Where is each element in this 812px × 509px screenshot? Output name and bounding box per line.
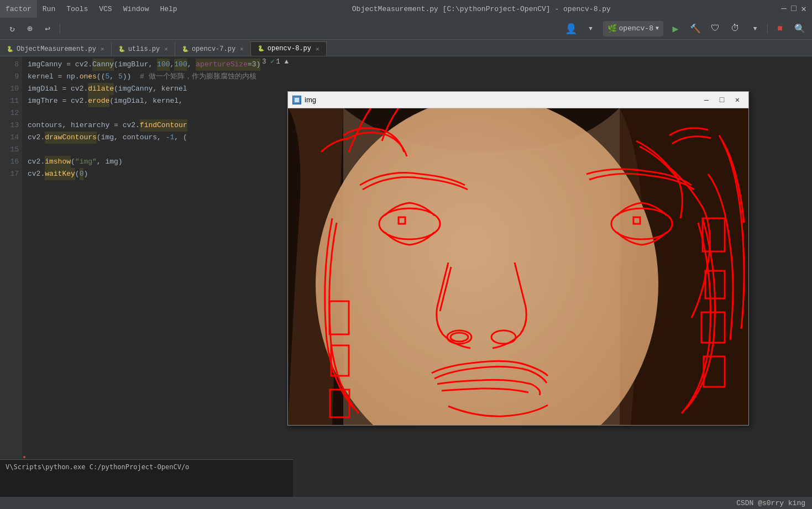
code-line-16: cv2.imshow ( "img" , img) [28, 156, 293, 168]
tab-utlis[interactable]: 🐍 utlis.py ✕ [112, 41, 175, 56]
code-line-14: cv2.drawContours (img, contours, -1 , ( [28, 132, 293, 144]
face-image [288, 108, 748, 425]
tab-label-2: utlis.py [128, 45, 160, 53]
menu-bar: factor Run Tools VCS Window Help [0, 0, 183, 18]
close-button[interactable]: ✕ [800, 5, 808, 13]
tab-opencv8[interactable]: 🐍 opencv-8.py ✕ [251, 41, 327, 56]
toolbar-search-icon[interactable]: 🔍 [792, 21, 808, 36]
error-indicator [23, 456, 25, 458]
toolbar: ↻ ⊕ ↩ 👤 ▼ 🌿 opencv-8 ▼ ▶ 🔨 🛡 ⏱ ▼ ■ 🔍 [0, 18, 812, 40]
menu-factor[interactable]: factor [0, 0, 37, 18]
cv-window-controls: — □ ✕ [700, 95, 744, 106]
code-line-8: imgCanny = cv2.Canny (imgBlur, 100 , 100… [28, 59, 293, 71]
toolbar-coverage-icon[interactable]: 🛡 [708, 21, 723, 36]
terminal-text: V\Scripts\python.exe C:/pythonProject-Op… [6, 463, 287, 471]
tab-label-4: opencv-8.py [268, 45, 311, 53]
code-line-13: contours , hierarchy = cv2.findContour [28, 119, 293, 132]
toolbar-more-icon[interactable]: ▼ [747, 21, 763, 36]
menu-tools[interactable]: Tools [61, 0, 93, 18]
branch-selector[interactable]: 🌿 opencv-8 ▼ [603, 21, 663, 36]
tab-py-icon-3: 🐍 [182, 46, 188, 53]
cv-title-left: img [292, 96, 316, 104]
cv-image-area [288, 108, 748, 425]
toolbar-run-icon[interactable]: ▶ [668, 21, 683, 36]
toolbar-revert-icon[interactable]: ↩ [40, 21, 55, 36]
tab-close-3[interactable]: ✕ [240, 45, 244, 53]
title-bar: factor Run Tools VCS Window Help ObjectM… [0, 0, 812, 18]
cv-title-bar: img — □ ✕ [288, 92, 748, 108]
menu-help[interactable]: Help [154, 0, 182, 18]
tab-objectmeasurement[interactable]: 🐍 ObjectMeasurement.py ✕ [0, 41, 112, 56]
code-line-10: imgDial = cv2.dilate (imgCanny, kernel [28, 83, 293, 95]
menu-vcs[interactable]: VCS [93, 0, 117, 18]
profile-icon[interactable]: 👤 [563, 21, 579, 36]
toolbar-build-icon[interactable]: 🔨 [688, 21, 703, 36]
tab-label-3: opencv-7.py [192, 45, 235, 53]
toolbar-separator [60, 23, 60, 34]
editor-area: ⚠ 13 ⚠ 3 ✓ 1 ▲ 8 9 10 11 12 13 14 15 16 … [0, 56, 293, 509]
menu-window[interactable]: Window [118, 0, 155, 18]
cv-close-button[interactable]: ✕ [731, 95, 744, 106]
code-line-11: imgThre = cv2.erode (imgDial, kernel, [28, 95, 293, 107]
menu-run[interactable]: Run [37, 0, 61, 18]
tab-py-icon-1: 🐍 [7, 46, 13, 53]
tab-opencv7[interactable]: 🐍 opencv-7.py ✕ [175, 41, 251, 56]
cv-minimize-button[interactable]: — [700, 95, 713, 106]
code-line-15 [28, 144, 293, 156]
line-gutter: 8 9 10 11 12 13 14 15 16 17 [0, 56, 22, 509]
tab-close-4[interactable]: ✕ [316, 45, 319, 53]
cv-window-title: img [305, 96, 316, 104]
code-line-12 [28, 107, 293, 119]
window-title: ObjectMeasurement.py [C:\pythonProject-O… [183, 5, 780, 13]
tabs-bar: 🐍 ObjectMeasurement.py ✕ 🐍 utlis.py ✕ 🐍 … [0, 40, 812, 56]
toolbar-sep2 [767, 23, 768, 34]
tab-close-2[interactable]: ✕ [164, 45, 168, 53]
toolbar-dropdown-icon[interactable]: ▼ [583, 21, 599, 36]
branch-name: opencv-8 [619, 24, 653, 33]
cv-window-icon [292, 96, 301, 104]
minimize-button[interactable]: — [780, 5, 788, 13]
tab-py-icon-2: 🐍 [118, 46, 125, 53]
maximize-button[interactable]: □ [790, 5, 798, 13]
toolbar-stop-icon[interactable]: ■ [772, 21, 788, 36]
toolbar-add-icon[interactable]: ⊕ [22, 21, 38, 36]
code-line-17: cv2.waitKey ( 0 ) [28, 168, 293, 180]
toolbar-profile-icon[interactable]: ⏱ [727, 21, 743, 36]
status-bar: CSDN @s0rry king [0, 497, 812, 509]
window-controls: — □ ✕ [780, 5, 812, 13]
tab-label-1: ObjectMeasurement.py [17, 45, 96, 53]
tab-py-icon-4: 🐍 [258, 45, 264, 52]
cv-window: img — □ ✕ [287, 91, 749, 426]
code-line-9: kernel = np.ones (( 5 , 5 )) # 做一个矩阵，作为膨… [28, 71, 293, 83]
cv-maximize-button[interactable]: □ [715, 95, 729, 106]
tab-close-1[interactable]: ✕ [101, 45, 104, 53]
csdn-watermark: CSDN @s0rry king [736, 499, 805, 507]
code-content[interactable]: imgCanny = cv2.Canny (imgBlur, 100 , 100… [22, 56, 293, 509]
toolbar-sync-icon[interactable]: ↻ [4, 21, 20, 36]
